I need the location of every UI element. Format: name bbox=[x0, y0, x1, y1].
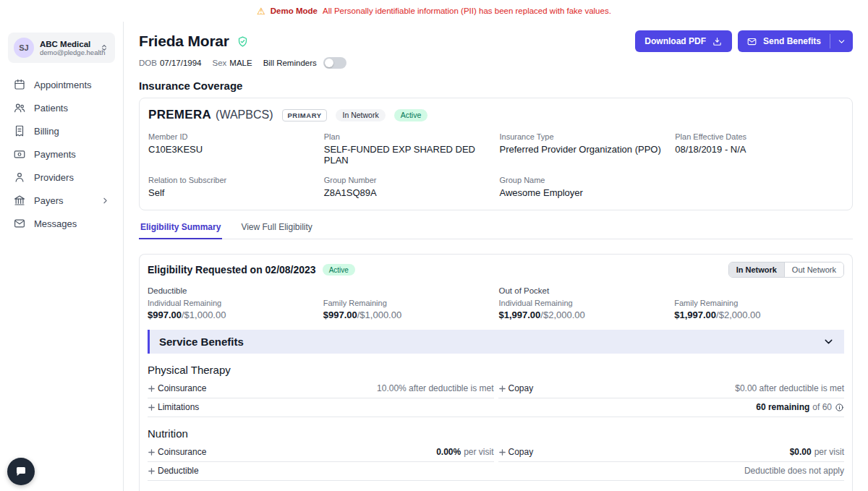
coinsurance-cell[interactable]: Coinsurance 10.00% after deductible is m… bbox=[148, 380, 494, 398]
demo-mode-banner: ⚠ Demo Mode All Personally identifiable … bbox=[0, 0, 868, 22]
insurance-card: PREMERA (WAPBCS) PRIMARY In Network Acti… bbox=[139, 98, 853, 210]
deductible-row[interactable]: Deductible Deductible does not apply bbox=[148, 462, 844, 481]
sidebar-item-appointments[interactable]: Appointments bbox=[0, 73, 123, 96]
calendar-icon bbox=[13, 78, 26, 91]
service-section-nutrition: Nutrition Coinsurance 0.00% per visit Co… bbox=[148, 427, 844, 481]
sidebar-item-label: Appointments bbox=[34, 80, 92, 90]
eligibility-card: Eligibility Requested on 02/08/2023 Acti… bbox=[139, 254, 853, 491]
field-value: SELF-FUNDED EXP SHARED DED PLAN bbox=[324, 144, 493, 166]
toggle-knob bbox=[325, 59, 333, 67]
download-pdf-label: Download PDF bbox=[644, 36, 706, 46]
sidebar-item-label: Billing bbox=[34, 126, 59, 137]
sex-value: MALE bbox=[229, 59, 252, 67]
insurance-field-insurance-type: Insurance Type Preferred Provider Organi… bbox=[500, 132, 668, 166]
primary-badge: PRIMARY bbox=[282, 109, 328, 121]
download-pdf-button[interactable]: Download PDF bbox=[635, 30, 732, 52]
field-value: Self bbox=[148, 187, 317, 198]
sidebar-item-payers[interactable]: Payers bbox=[0, 189, 123, 212]
sidebar-item-label: Providers bbox=[34, 172, 74, 183]
chat-launcher-button[interactable] bbox=[7, 458, 35, 485]
service-benefits-title: Service Benefits bbox=[159, 336, 244, 348]
sidebar-item-providers[interactable]: Providers bbox=[0, 166, 123, 189]
patients-icon bbox=[13, 101, 26, 114]
in-network-badge: In Network bbox=[336, 109, 385, 121]
field-label: Relation to Subscriber bbox=[148, 176, 317, 184]
plus-icon bbox=[498, 385, 506, 393]
org-name: ABC Medical bbox=[40, 40, 93, 48]
dob-label: DOB bbox=[139, 59, 157, 67]
in-network-option[interactable]: In Network bbox=[729, 262, 785, 277]
summary-strong-value: $1,997.00 bbox=[499, 309, 541, 320]
oop-individual-remaining: Individual Remaining $1,997.00/$2,000.00 bbox=[499, 299, 669, 320]
sidebar-item-label: Patients bbox=[34, 103, 68, 114]
service-section-title: Physical Therapy bbox=[148, 364, 844, 376]
eligibility-active-badge: Active bbox=[323, 264, 355, 276]
field-label: Group Name bbox=[500, 176, 668, 184]
info-icon[interactable] bbox=[835, 403, 844, 412]
bill-reminders-label: Bill Reminders bbox=[263, 59, 317, 67]
sidebar-item-payments[interactable]: Payments bbox=[0, 142, 123, 166]
deductible-individual-remaining: Individual Remaining $997.00/$1,000.00 bbox=[148, 299, 318, 320]
benefit-muted: 10.00% after deductible is met bbox=[377, 383, 493, 393]
tab-eligibility-summary[interactable]: Eligibility Summary bbox=[139, 222, 222, 239]
billing-icon bbox=[13, 124, 26, 137]
sidebar-menu: Appointments Patients Billing Payments bbox=[0, 73, 123, 235]
benefit-label: Limitations bbox=[158, 402, 199, 412]
sidebar-item-billing[interactable]: Billing bbox=[0, 119, 123, 142]
service-section-title: Nutrition bbox=[148, 427, 844, 440]
field-value: Awesome Employer bbox=[500, 187, 668, 198]
plus-icon bbox=[498, 448, 506, 456]
field-label: Member ID bbox=[148, 132, 317, 141]
summary-muted-value: /$2,000.00 bbox=[716, 309, 760, 320]
out-network-option[interactable]: Out Network bbox=[785, 262, 843, 277]
benefit-row: Coinsurance 10.00% after deductible is m… bbox=[148, 380, 844, 398]
insurance-coverage-title: Insurance Coverage bbox=[139, 80, 853, 92]
plus-icon bbox=[148, 467, 156, 475]
eligibility-verified-icon bbox=[237, 35, 249, 48]
out-of-pocket-group-label: Out of Pocket bbox=[499, 286, 845, 295]
chevron-right-icon bbox=[101, 196, 110, 205]
send-benefits-main[interactable]: Send Benefits bbox=[738, 30, 830, 52]
coinsurance-cell[interactable]: Coinsurance 0.00% per visit bbox=[148, 443, 494, 462]
plus-icon bbox=[148, 404, 156, 411]
oop-family-remaining: Family Remaining $1,997.00/$2,000.00 bbox=[674, 299, 844, 320]
providers-icon bbox=[13, 171, 26, 184]
dob-value: 07/17/1994 bbox=[160, 59, 202, 67]
limitations-row[interactable]: Limitations 60 remaining of 60 bbox=[148, 398, 844, 417]
sidebar: SJ ABC Medical demo@pledge.health Appoin… bbox=[0, 22, 124, 491]
download-icon bbox=[712, 36, 723, 47]
copay-cell[interactable]: Copay $0.00 per visit bbox=[498, 443, 845, 462]
send-benefits-dropdown[interactable] bbox=[830, 30, 853, 52]
sidebar-item-messages[interactable]: Messages bbox=[0, 212, 123, 235]
send-benefits-button[interactable]: Send Benefits bbox=[738, 30, 853, 52]
field-label: Plan Effective Dates bbox=[675, 132, 843, 141]
copay-cell[interactable]: Copay $0.00 after deductible is met bbox=[498, 380, 845, 398]
summary-label: Individual Remaining bbox=[499, 299, 669, 307]
sidebar-item-label: Payments bbox=[34, 149, 76, 160]
avatar: SJ bbox=[14, 38, 34, 58]
benefit-label: Coinsurance bbox=[158, 383, 206, 393]
summary-muted-value: /$1,000.00 bbox=[357, 309, 401, 320]
summary-label: Individual Remaining bbox=[148, 299, 318, 307]
field-label: Plan bbox=[324, 132, 493, 141]
messages-icon bbox=[13, 217, 26, 230]
demo-mode-title: Demo Mode bbox=[271, 7, 318, 15]
payers-icon bbox=[13, 194, 26, 207]
sidebar-item-patients[interactable]: Patients bbox=[0, 96, 123, 119]
service-benefits-header[interactable]: Service Benefits bbox=[148, 330, 844, 354]
benefit-label: Deductible bbox=[158, 466, 199, 476]
field-label: Group Number bbox=[324, 176, 493, 184]
org-switcher[interactable]: SJ ABC Medical demo@pledge.health bbox=[8, 33, 115, 63]
summary-strong-value: $997.00 bbox=[148, 309, 182, 320]
field-value: Preferred Provider Organization (PPO) bbox=[500, 144, 668, 155]
chat-icon bbox=[14, 465, 27, 478]
insurance-field-group-number: Group Number Z8A1SQ89A bbox=[324, 176, 493, 198]
bill-reminders-toggle[interactable] bbox=[323, 57, 346, 69]
benefit-label: Copay bbox=[509, 447, 534, 457]
insurance-field-plan: Plan SELF-FUNDED EXP SHARED DED PLAN bbox=[324, 132, 493, 166]
active-badge: Active bbox=[394, 109, 428, 121]
plus-icon bbox=[148, 448, 156, 456]
main-content: Frieda Morar Download PDF Send Ben bbox=[124, 22, 868, 491]
summary-label: Family Remaining bbox=[323, 299, 493, 307]
tab-view-full-eligibility[interactable]: View Full Eligibility bbox=[239, 222, 313, 239]
